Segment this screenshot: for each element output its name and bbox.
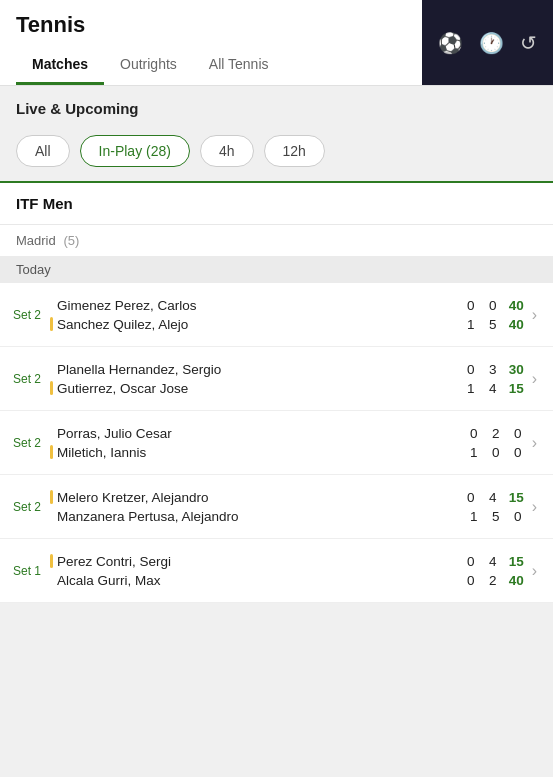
player-name: Gimenez Perez, Carlos [57, 298, 197, 313]
match-row[interactable]: Set 2Gimenez Perez, CarlosSanchez Quilez… [0, 283, 553, 347]
competition-sub-header: Madrid (5) [0, 225, 553, 256]
player-name: Alcala Gurri, Max [57, 573, 161, 588]
player-name: Gutierrez, Oscar Jose [57, 381, 188, 396]
score-row: 100 [468, 445, 524, 460]
player-row: Porras, Julio Cesar [50, 426, 460, 441]
serving-indicator [50, 317, 53, 331]
player-row: Alcala Gurri, Max [50, 573, 457, 588]
score-value: 0 [465, 573, 477, 588]
match-row[interactable]: Set 2Planella Hernandez, SergioGutierrez… [0, 347, 553, 411]
match-scores: 03301415 [465, 362, 524, 396]
player-name: Melero Kretzer, Alejandro [57, 490, 209, 505]
match-scores: 04150240 [465, 554, 524, 588]
score-value: 0 [490, 445, 502, 460]
match-players: Planella Hernandez, SergioGutierrez, Osc… [46, 362, 457, 396]
chevron-right-icon: › [532, 562, 537, 580]
score-row: 1540 [465, 317, 524, 332]
score-row: 0415 [465, 554, 524, 569]
serving-indicator-hidden [50, 362, 53, 376]
competitions-container: ITF MenMadrid (5)TodaySet 2Gimenez Perez… [0, 183, 553, 603]
score-value: 4 [487, 554, 499, 569]
serving-indicator-hidden [50, 509, 53, 523]
match-row[interactable]: Set 2Melero Kretzer, AlejandroManzanera … [0, 475, 553, 539]
serving-indicator-hidden [50, 298, 53, 312]
serving-indicator-hidden [50, 426, 53, 440]
set-label: Set 1 [8, 564, 46, 578]
competition-name: ITF Men [0, 183, 553, 225]
match-scores: 00401540 [465, 298, 524, 332]
header: Tennis MatchesOutrightsAll Tennis ⚽ 🕐 ↺ [0, 0, 553, 86]
header-title-area: Tennis MatchesOutrightsAll Tennis [0, 0, 422, 85]
page-title: Tennis [16, 12, 406, 46]
match-row[interactable]: Set 1Perez Contri, SergiAlcala Gurri, Ma… [0, 539, 553, 603]
sub-location: Madrid [16, 233, 56, 248]
score-value: 4 [487, 381, 499, 396]
refresh-icon[interactable]: ↺ [520, 31, 537, 55]
clock-icon[interactable]: 🕐 [479, 31, 504, 55]
score-row: 0330 [465, 362, 524, 377]
filter-bar: AllIn-Play (28)4h12h [0, 127, 553, 181]
score-value: 40 [509, 298, 524, 313]
score-value: 0 [512, 445, 524, 460]
sub-count: (5) [63, 233, 79, 248]
player-row: Manzanera Pertusa, Alejandro [50, 509, 457, 524]
score-value: 3 [487, 362, 499, 377]
score-value: 0 [468, 426, 480, 441]
score-value: 0 [512, 509, 524, 524]
player-row: Sanchez Quilez, Alejo [50, 317, 457, 332]
player-name: Manzanera Pertusa, Alejandro [57, 509, 239, 524]
sports-icon[interactable]: ⚽ [438, 31, 463, 55]
match-players: Perez Contri, SergiAlcala Gurri, Max [46, 554, 457, 588]
score-value: 0 [465, 362, 477, 377]
set-label: Set 2 [8, 372, 46, 386]
section-title: Live & Upcoming [0, 86, 553, 127]
header-tabs: MatchesOutrightsAll Tennis [16, 46, 406, 85]
match-players: Gimenez Perez, CarlosSanchez Quilez, Ale… [46, 298, 457, 332]
score-value: 0 [465, 554, 477, 569]
score-row: 150 [468, 509, 524, 524]
tab-outrights[interactable]: Outrights [104, 46, 193, 85]
player-name: Miletich, Iannis [57, 445, 146, 460]
match-scores: 0415150 [465, 490, 524, 524]
filter-pill-all[interactable]: All [16, 135, 70, 167]
serving-indicator-hidden [50, 573, 53, 587]
filter-pill-12h[interactable]: 12h [264, 135, 325, 167]
chevron-right-icon: › [532, 498, 537, 516]
set-label: Set 2 [8, 500, 46, 514]
chevron-right-icon: › [532, 370, 537, 388]
serving-indicator [50, 445, 53, 459]
score-value: 30 [509, 362, 524, 377]
competition-block: ITF MenMadrid (5)TodaySet 2Gimenez Perez… [0, 183, 553, 603]
filter-pill-in-play-(28)[interactable]: In-Play (28) [80, 135, 190, 167]
score-value: 5 [490, 509, 502, 524]
score-value: 40 [509, 573, 524, 588]
score-value: 1 [465, 317, 477, 332]
player-row: Gutierrez, Oscar Jose [50, 381, 457, 396]
score-value: 5 [487, 317, 499, 332]
match-row[interactable]: Set 2Porras, Julio CesarMiletich, Iannis… [0, 411, 553, 475]
day-label: Today [0, 256, 553, 283]
filter-pill-4h[interactable]: 4h [200, 135, 254, 167]
match-players: Melero Kretzer, AlejandroManzanera Pertu… [46, 490, 457, 524]
score-value: 0 [465, 298, 477, 313]
score-value: 15 [509, 554, 524, 569]
tab-matches[interactable]: Matches [16, 46, 104, 85]
player-row: Melero Kretzer, Alejandro [50, 490, 457, 505]
score-row: 0040 [465, 298, 524, 313]
header-icons: ⚽ 🕐 ↺ [422, 0, 553, 85]
score-value: 4 [487, 490, 499, 505]
serving-indicator [50, 381, 53, 395]
set-label: Set 2 [8, 436, 46, 450]
tab-all-tennis[interactable]: All Tennis [193, 46, 285, 85]
player-row: Perez Contri, Sergi [50, 554, 457, 569]
player-row: Planella Hernandez, Sergio [50, 362, 457, 377]
score-value: 1 [468, 509, 480, 524]
serving-indicator [50, 490, 53, 504]
chevron-right-icon: › [532, 306, 537, 324]
score-value: 0 [512, 426, 524, 441]
score-row: 0240 [465, 573, 524, 588]
player-name: Porras, Julio Cesar [57, 426, 172, 441]
set-label: Set 2 [8, 308, 46, 322]
score-value: 0 [465, 490, 477, 505]
score-value: 1 [465, 381, 477, 396]
